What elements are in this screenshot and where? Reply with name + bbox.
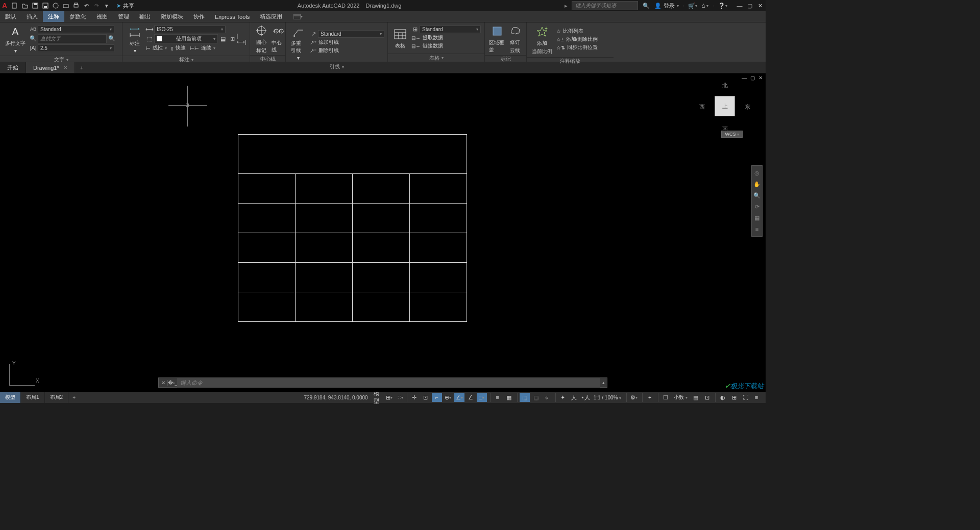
start-tab[interactable]: 开始 <box>0 62 26 73</box>
nav-showmotion-icon[interactable]: ▦ <box>753 214 761 222</box>
close-tab-icon[interactable]: ✕ <box>63 65 67 70</box>
nav-wheel-icon[interactable]: ◎ <box>753 169 761 177</box>
status-3dosnap-icon[interactable]: ⬚ <box>531 393 541 402</box>
layout-tab-model[interactable]: 模型 <box>0 392 21 403</box>
wcs-dropdown[interactable]: WCS ▾ <box>721 131 743 138</box>
mleader-button[interactable]: 多重引线 ▾ <box>289 23 308 62</box>
open-icon[interactable] <box>21 2 29 9</box>
status-dynconstraint-icon[interactable]: ⟐ <box>542 393 552 402</box>
nav-more-icon[interactable]: ≡ <box>753 225 761 233</box>
addscale-button[interactable]: + 添加 当前比例 <box>530 23 554 56</box>
drawing-tab[interactable]: Drawing1* ✕ <box>26 62 75 73</box>
qat-dropdown-icon[interactable]: ▾ <box>103 2 110 9</box>
tab-annotate[interactable]: 注释 <box>43 11 64 22</box>
nav-pan-icon[interactable]: ✋ <box>753 180 761 188</box>
viewport-maximize-icon[interactable]: ▢ <box>749 74 755 81</box>
status-zoom[interactable]: 1:1 / 100% ▾ <box>592 395 624 400</box>
status-isolate-icon[interactable]: ◐ <box>718 393 728 402</box>
table-button[interactable]: 表格 <box>391 26 409 51</box>
tab-featured-apps[interactable]: 精选应用 <box>255 11 287 22</box>
find-text-input[interactable]: 查找文字 <box>38 34 107 43</box>
status-otrack-icon[interactable]: ∠ <box>465 393 476 402</box>
revcloud-button[interactable]: 修订 云线 <box>507 23 523 54</box>
search-icon[interactable]: 🔍 <box>642 2 650 10</box>
wipeout-button[interactable]: 区域覆盖 <box>488 24 506 54</box>
drawing-area[interactable]: — ▢ ✕ 北 南 西 东 上 WCS ▾ ◎ ✋ 🔍 ⟳ ▦ ≡ Y X <box>0 73 766 392</box>
layout-tab-1[interactable]: 布局1 <box>21 392 45 403</box>
viewcube-north[interactable]: 北 <box>722 82 728 89</box>
status-isodraft-icon[interactable]: ∠ ▾ <box>454 393 464 402</box>
leader-add-button[interactable]: ↗⁺添加引线 <box>310 39 339 46</box>
tab-addins[interactable]: 附加模块 <box>156 11 188 22</box>
status-infer-icon[interactable]: ✛ <box>409 393 420 402</box>
plot-icon[interactable] <box>62 2 69 9</box>
cmdline-recent-icon[interactable]: �›_ <box>168 380 177 386</box>
status-lockui-icon[interactable]: ⊡ <box>702 393 712 402</box>
status-units-label[interactable]: 小数 ▾ <box>672 394 690 401</box>
status-lineweight-icon[interactable]: ≡ <box>493 393 503 402</box>
autodesk-icon[interactable]: ⩟▾ <box>701 2 709 10</box>
tab-parametric[interactable]: 参数化 <box>64 11 91 22</box>
dim-small1-icon[interactable]: ⬓ <box>219 35 227 43</box>
status-annomonitor-icon[interactable]: + <box>645 393 655 402</box>
status-transparency-icon[interactable]: ▦ <box>504 393 514 402</box>
dim-small2-icon[interactable]: ⊞ <box>228 35 236 43</box>
viewcube-west[interactable]: 西 <box>699 103 705 111</box>
search-arrow-icon[interactable]: ▸ <box>565 3 568 9</box>
undo-icon[interactable]: ↶ <box>83 2 90 9</box>
dimension-button[interactable]: 标注 ▾ <box>126 23 144 55</box>
dim-linear-button[interactable]: ⊢线性▾ <box>146 44 167 52</box>
cmdline-expand-icon[interactable]: ▴ <box>600 380 607 385</box>
status-ortho-icon[interactable]: ⌐ <box>432 393 442 402</box>
table-style-combo[interactable]: Standard▾ <box>420 26 481 33</box>
status-quickprops-icon[interactable]: ▤ <box>691 393 701 402</box>
viewcube[interactable]: 北 南 西 东 上 <box>699 82 750 133</box>
status-hardware-icon[interactable]: ⊞ <box>729 393 739 402</box>
ribbon-toggle-button[interactable]: ▾ <box>290 11 306 22</box>
status-selection-cycling-icon[interactable]: ⬚ <box>520 393 530 402</box>
web-icon[interactable] <box>52 2 59 9</box>
status-modelspace[interactable]: 模型 <box>373 393 383 402</box>
new-icon[interactable] <box>11 2 18 9</box>
viewcube-top[interactable]: 上 <box>715 96 735 116</box>
viewport-close-icon[interactable]: ✕ <box>757 74 764 81</box>
status-customize-icon[interactable]: ≡ <box>751 393 762 402</box>
status-annoscale-icon[interactable]: ✦ <box>558 393 568 402</box>
status-units-icon[interactable]: ☐ <box>660 393 671 402</box>
status-autoscale-icon[interactable]: ⋆人 <box>580 393 591 402</box>
centermark-button[interactable]: 圆心 标记 <box>253 23 270 54</box>
layout-add-button[interactable]: + <box>68 392 80 403</box>
status-dynamic-input-icon[interactable]: ⊡ <box>421 393 431 402</box>
saveas-icon[interactable] <box>42 2 49 9</box>
tab-default[interactable]: 默认 <box>0 11 21 22</box>
dim-layer-combo[interactable]: 使用当前项▾ <box>154 34 218 43</box>
help-icon[interactable]: ❔▾ <box>719 2 727 10</box>
viewport-minimize-icon[interactable]: — <box>741 74 747 81</box>
text-height-combo[interactable]: 2.5▾ <box>38 44 114 52</box>
dim-continue-button[interactable]: ⊢⊢连续▾ <box>190 44 215 52</box>
dim-style-combo[interactable]: ISO-25▾ <box>154 26 226 33</box>
extract-data-button[interactable]: ⊟→提取数据 <box>411 34 443 41</box>
status-cleanscreen-icon[interactable]: ⛶ <box>740 393 750 402</box>
leader-remove-button[interactable]: ↗⁻删除引线 <box>310 47 339 54</box>
cmdline-close-icon[interactable]: ✕ <box>159 380 168 386</box>
status-polar-icon[interactable]: ⊕ ▾ <box>443 393 453 402</box>
drawn-table[interactable] <box>238 134 467 322</box>
mtext-button[interactable]: A 多行文字 ▾ <box>3 23 28 55</box>
cart-icon[interactable]: 🛒▾ <box>689 2 697 10</box>
panel-table-label[interactable]: 表格▾ <box>388 54 484 62</box>
share-button[interactable]: ➤ 共享 <box>116 2 134 10</box>
tab-manage[interactable]: 管理 <box>113 11 134 22</box>
nav-orbit-icon[interactable]: ⟳ <box>753 203 761 211</box>
panel-dimension-label[interactable]: 标注▾ <box>122 56 250 63</box>
panel-leader-label[interactable]: 引线▾ <box>286 63 387 70</box>
tab-view[interactable]: 视图 <box>91 11 113 22</box>
scale-list-button[interactable]: ☆比例列表 <box>556 28 583 35</box>
login-button[interactable]: 👤 登录 ▾ <box>654 2 679 10</box>
print-icon[interactable] <box>72 2 80 9</box>
tab-insert[interactable]: 插入 <box>21 11 43 22</box>
new-tab-button[interactable]: + <box>75 62 88 73</box>
status-snapmode-icon[interactable]: ∷ ▾ <box>396 393 406 402</box>
save-icon[interactable] <box>32 2 39 9</box>
maximize-button[interactable]: ▢ <box>746 2 753 9</box>
